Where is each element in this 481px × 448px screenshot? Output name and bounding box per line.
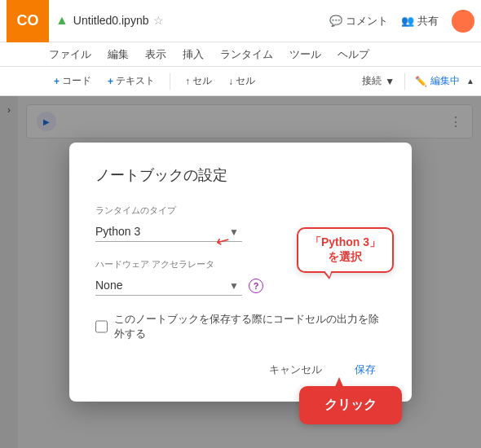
checkbox-row: このノートブックを保存する際にコードセルの出力を除外する [95, 312, 386, 341]
plus-icon: + [54, 76, 60, 87]
dialog-title: ノートブックの設定 [95, 165, 386, 185]
hardware-select-wrapper: None ▼ [95, 275, 242, 296]
share-button[interactable]: 👥 共有 [401, 14, 439, 29]
dialog-footer-wrapper: キャンセル 保存 クリック [95, 358, 386, 382]
top-actions: 💬 コメント 👥 共有 [329, 10, 474, 33]
share-icon: 👥 [401, 15, 414, 27]
notebook-title[interactable]: Untitled0.ipynb [73, 14, 149, 27]
menu-runtime[interactable]: ランタイム [220, 47, 273, 62]
toolbar-divider-2 [404, 73, 405, 90]
python3-callout: 「Python 3」 を選択 [297, 227, 394, 273]
menu-tools[interactable]: ツール [289, 47, 321, 62]
toolbar-divider [170, 73, 170, 90]
menu-view[interactable]: 表示 [145, 47, 166, 62]
pencil-icon: ✏️ [415, 76, 427, 87]
top-bar: CO ▲ Untitled0.ipynb ☆ 💬 コメント 👥 共有 [0, 0, 481, 42]
edit-status[interactable]: ✏️ 編集中 [415, 74, 460, 88]
avatar[interactable] [452, 10, 474, 33]
arrow-up-icon: ↑ [185, 76, 190, 87]
save-button[interactable]: 保存 [345, 358, 386, 382]
click-callout: クリック [299, 386, 402, 424]
connect-button[interactable]: 接続 ▼ [362, 74, 395, 88]
runtime-form-group: ランタイムのタイプ Python 3 ▼ 「Python 3」 を選択 ↙ [95, 204, 386, 242]
chevron-up-icon[interactable]: ▲ [466, 77, 474, 86]
toolbar: + コード + テキスト ↑ セル ↓ セル 接続 ▼ ✏️ 編集中 ▲ [0, 67, 481, 96]
settings-dialog: ノートブックの設定 ランタイムのタイプ Python 3 ▼ 「Python 3… [69, 143, 412, 402]
arrow-down-icon: ↓ [228, 76, 233, 87]
comment-button[interactable]: 💬 コメント [329, 14, 388, 29]
runtime-label: ランタイムのタイプ [95, 204, 386, 217]
dialog-overlay: ノートブックの設定 ランタイムのタイプ Python 3 ▼ 「Python 3… [0, 96, 481, 448]
add-code-button[interactable]: + コード [49, 72, 96, 90]
menu-file[interactable]: ファイル [49, 47, 91, 62]
menu-edit[interactable]: 編集 [108, 47, 129, 62]
exclude-output-checkbox[interactable] [95, 320, 108, 333]
toolbar-right: 接続 ▼ ✏️ 編集中 ▲ [362, 73, 474, 90]
main-content: › ▶ ⋮ ノートブックの設定 ランタイムのタイプ Python 3 ▼ [0, 96, 481, 448]
drive-icon: ▲ [55, 13, 68, 28]
hardware-select[interactable]: None [95, 275, 242, 296]
cell-down-button[interactable]: ↓ セル [223, 72, 260, 90]
connect-dropdown-icon: ▼ [385, 76, 395, 87]
title-area: ▲ Untitled0.ipynb ☆ [55, 13, 329, 29]
menu-help[interactable]: ヘルプ [338, 47, 369, 62]
help-icon[interactable]: ? [249, 279, 263, 293]
comment-icon: 💬 [329, 15, 342, 27]
plus-icon-2: + [108, 76, 113, 87]
checkbox-label: このノートブックを保存する際にコードセルの出力を除外する [114, 312, 386, 341]
cancel-button[interactable]: キャンセル [259, 358, 332, 382]
co-logo: CO [7, 0, 49, 42]
menu-insert[interactable]: 挿入 [183, 47, 204, 62]
menu-bar: ファイル 編集 表示 挿入 ランタイム ツール ヘルプ [0, 42, 481, 67]
cell-up-button[interactable]: ↑ セル [180, 72, 217, 90]
star-icon[interactable]: ☆ [153, 14, 164, 27]
title-row: ▲ Untitled0.ipynb ☆ [55, 13, 329, 28]
add-text-button[interactable]: + テキスト [103, 72, 160, 90]
